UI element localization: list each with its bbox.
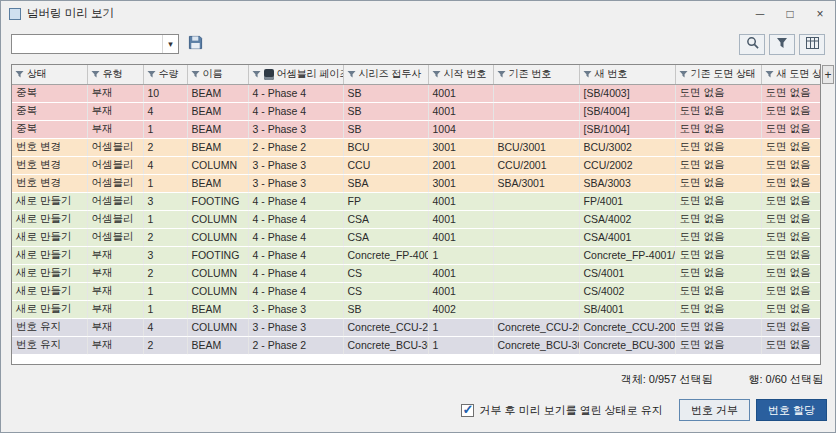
table-cell[interactable] — [493, 282, 579, 300]
table-cell[interactable]: 2 - Phase 2 — [248, 336, 343, 354]
table-cell[interactable]: 도면 없음 — [761, 192, 821, 210]
table-cell[interactable]: 번호 변경 — [12, 138, 87, 156]
table-cell[interactable]: 도면 없음 — [675, 120, 761, 138]
table-cell[interactable]: 도면 없음 — [675, 336, 761, 354]
table-cell[interactable]: [SB/4003] — [579, 84, 675, 102]
table-cell[interactable]: 새로 만들기 — [12, 192, 87, 210]
table-cell[interactable]: 2 — [143, 228, 187, 246]
table-cell[interactable]: 부재 — [87, 120, 143, 138]
table-cell[interactable]: 3 - Phase 3 — [248, 120, 343, 138]
table-row[interactable]: 새로 만들기어셈블리3FOOTING4 - Phase 4FP4001FP/40… — [12, 192, 821, 210]
table-cell[interactable]: SB — [343, 120, 428, 138]
table-cell[interactable]: 새로 만들기 — [12, 300, 87, 318]
table-cell[interactable]: CS/4002 — [579, 282, 675, 300]
table-cell[interactable]: SB — [343, 102, 428, 120]
table-cell[interactable]: CSA/4002 — [579, 210, 675, 228]
table-cell[interactable]: 중복 — [12, 84, 87, 102]
table-cell[interactable]: 새로 만들기 — [12, 228, 87, 246]
table-cell[interactable]: 도면 없음 — [761, 246, 821, 264]
filter-icon[interactable] — [583, 70, 592, 79]
table-cell[interactable]: SBA/3001 — [493, 174, 579, 192]
table-cell[interactable]: Concrete_BCU-3001/1 — [493, 336, 579, 354]
table-cell[interactable]: 4 - Phase 4 — [248, 102, 343, 120]
table-cell[interactable]: FP/4001 — [579, 192, 675, 210]
reject-numbers-button[interactable]: 번호 거부 — [679, 399, 750, 421]
table-row[interactable]: 새로 만들기어셈블리2COLUMN4 - Phase 4CSA4001CSA/4… — [12, 228, 821, 246]
table-cell[interactable]: 도면 없음 — [675, 282, 761, 300]
table-cell[interactable]: SBA — [343, 174, 428, 192]
table-cell[interactable]: 부재 — [87, 102, 143, 120]
table-cell[interactable]: Concrete_FP-4001/1 — [579, 246, 675, 264]
table-cell[interactable] — [493, 246, 579, 264]
table-cell[interactable]: Concrete_CCU-2001 — [343, 318, 428, 336]
table-cell[interactable]: 4001 — [428, 210, 493, 228]
column-header-series-prefix[interactable]: 시리즈 접두사 — [343, 65, 428, 84]
filter-icon[interactable] — [15, 70, 24, 79]
table-cell[interactable]: 1 — [143, 174, 187, 192]
chevron-down-icon[interactable]: ▾ — [162, 35, 178, 53]
add-column-button[interactable]: + — [822, 65, 834, 84]
table-cell[interactable]: Concrete_BCU-3001/1 — [579, 336, 675, 354]
table-cell[interactable]: BCU/3001 — [493, 138, 579, 156]
column-header-start-number[interactable]: 시작 번호 — [428, 65, 493, 84]
table-cell[interactable]: COLUMN — [187, 318, 248, 336]
table-cell[interactable] — [493, 120, 579, 138]
table-cell[interactable]: BEAM — [187, 336, 248, 354]
table-cell[interactable]: 4001 — [428, 102, 493, 120]
table-row[interactable]: 중복부재10BEAM4 - Phase 4SB4001[SB/4003]도면 없… — [12, 84, 821, 102]
table-cell[interactable]: CCU — [343, 156, 428, 174]
table-cell[interactable]: 도면 없음 — [675, 210, 761, 228]
table-cell[interactable]: 도면 없음 — [761, 300, 821, 318]
table-cell[interactable]: 번호 유지 — [12, 336, 87, 354]
table-cell[interactable]: 2 — [143, 336, 187, 354]
table-cell[interactable]: COLUMN — [187, 264, 248, 282]
table-cell[interactable]: FOOTING — [187, 246, 248, 264]
table-cell[interactable]: 도면 없음 — [761, 120, 821, 138]
table-cell[interactable] — [493, 84, 579, 102]
table-cell[interactable]: 도면 없음 — [761, 84, 821, 102]
table-row[interactable]: 번호 유지부재2BEAM2 - Phase 2Concrete_BCU-3001… — [12, 336, 821, 354]
filter-icon[interactable] — [679, 70, 688, 79]
table-cell[interactable]: 어셈블리 — [87, 228, 143, 246]
table-cell[interactable]: 1 — [143, 210, 187, 228]
assign-numbers-button[interactable]: 번호 할당 — [756, 399, 827, 421]
column-header-assembly-phase[interactable]: 어셈블리 페이즈 — [248, 65, 343, 84]
table-cell[interactable]: CCU/2001 — [493, 156, 579, 174]
table-cell[interactable]: 4 - Phase 4 — [248, 264, 343, 282]
table-cell[interactable]: SB — [343, 300, 428, 318]
clear-filters-button[interactable] — [769, 34, 795, 55]
table-row[interactable]: 번호 변경어셈블리4COLUMN3 - Phase 3CCU2001CCU/20… — [12, 156, 821, 174]
table-cell[interactable]: 도면 없음 — [761, 138, 821, 156]
table-cell[interactable]: 부재 — [87, 318, 143, 336]
table-cell[interactable]: CSA — [343, 210, 428, 228]
table-cell[interactable]: CS — [343, 282, 428, 300]
table-cell[interactable]: CS/4001 — [579, 264, 675, 282]
table-row[interactable]: 번호 변경어셈블리2BEAM2 - Phase 2BCU3001BCU/3001… — [12, 138, 821, 156]
table-cell[interactable]: 도면 없음 — [675, 300, 761, 318]
table-cell[interactable]: 새로 만들기 — [12, 246, 87, 264]
table-row[interactable]: 새로 만들기부재3FOOTING4 - Phase 4Concrete_FP-4… — [12, 246, 821, 264]
filter-icon[interactable] — [191, 70, 200, 79]
filter-icon[interactable] — [497, 70, 506, 79]
table-cell[interactable]: 4 - Phase 4 — [248, 192, 343, 210]
preset-combobox[interactable]: ▾ — [11, 34, 179, 54]
table-cell[interactable]: 2 — [143, 138, 187, 156]
table-cell[interactable]: CSA — [343, 228, 428, 246]
table-cell[interactable]: FOOTING — [187, 192, 248, 210]
table-cell[interactable]: 3 — [143, 246, 187, 264]
table-row[interactable]: 새로 만들기부재2COLUMN4 - Phase 4CS4001CS/4001도… — [12, 264, 821, 282]
table-cell[interactable]: 도면 없음 — [675, 192, 761, 210]
table-cell[interactable]: 부재 — [87, 246, 143, 264]
table-cell[interactable] — [493, 210, 579, 228]
column-options-button[interactable] — [799, 34, 825, 55]
table-cell[interactable]: 도면 없음 — [675, 84, 761, 102]
table-cell[interactable] — [493, 102, 579, 120]
table-cell[interactable]: 1004 — [428, 120, 493, 138]
table-cell[interactable]: 새로 만들기 — [12, 264, 87, 282]
table-cell[interactable]: 1 — [428, 336, 493, 354]
column-header-existing-drawing-status[interactable]: 기존 도면 상태 — [675, 65, 761, 84]
table-cell[interactable]: COLUMN — [187, 156, 248, 174]
table-cell[interactable]: 도면 없음 — [761, 282, 821, 300]
column-header-existing-number[interactable]: 기존 번호 — [493, 65, 579, 84]
filter-icon[interactable] — [347, 70, 356, 79]
